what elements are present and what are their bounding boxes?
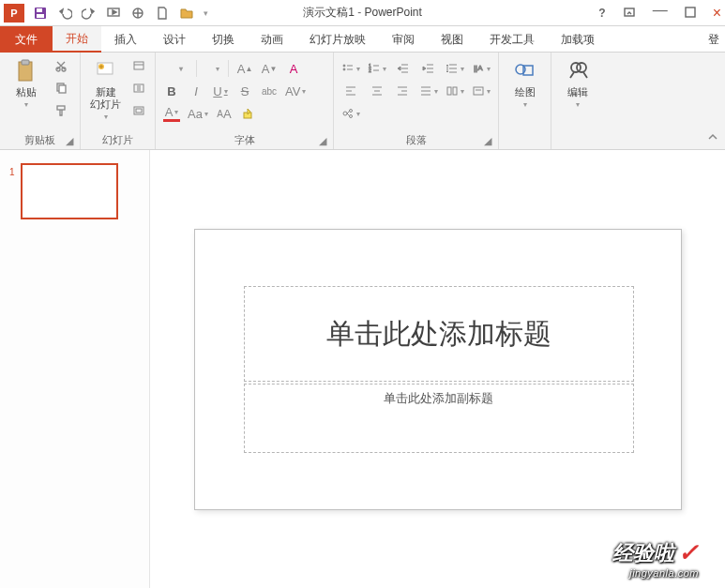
align-justify-icon[interactable] [419,83,438,99]
underline-button[interactable]: U [212,83,229,99]
align-right-icon[interactable] [393,83,412,99]
font-size-dropdown[interactable] [204,60,229,77]
svg-rect-54 [474,87,483,95]
svg-rect-20 [136,109,142,113]
tab-review[interactable]: 审阅 [379,26,428,53]
startfrom-beginning-icon[interactable] [101,2,126,24]
subtitle-placeholder-text: 单击此处添加副标题 [384,390,493,407]
slide-editor[interactable]: 单击此处添加标题 单击此处添加副标题 [150,150,725,588]
align-left-icon[interactable] [341,83,360,99]
tab-slideshow[interactable]: 幻灯片放映 [296,26,379,53]
qat-customize-icon[interactable]: ▾ [199,2,212,24]
svg-text:||A: ||A [474,64,483,72]
slide-layout-icon[interactable] [128,56,149,75]
align-center-icon[interactable] [368,83,386,99]
align-text-icon[interactable] [472,83,491,99]
ribbon: 粘贴 ▾ 剪贴板 ◢ 新建 幻灯片 ▾ [0,53,725,150]
slide-thumbnail-pane[interactable]: 1 [0,150,150,588]
font-color-button[interactable]: A [163,105,180,122]
smartart-icon[interactable] [341,105,360,122]
reset-slide-icon[interactable] [128,79,149,98]
clipboard-dialog-launcher-icon[interactable]: ◢ [63,134,76,147]
columns-icon[interactable] [446,83,464,99]
svg-rect-53 [453,87,457,95]
close-icon[interactable]: × [713,5,721,22]
clear-formatting-icon[interactable]: A [285,60,302,77]
tab-view[interactable]: 视图 [428,26,476,53]
minimize-icon[interactable]: — [653,2,668,19]
maximize-icon[interactable] [685,7,696,21]
svg-point-64 [577,63,586,72]
save-icon[interactable] [28,2,53,24]
highlight-icon[interactable] [240,105,257,122]
open-file-icon[interactable] [174,2,199,24]
paste-button[interactable]: 粘贴 ▾ [6,56,47,113]
numbering-button[interactable]: 12 [368,60,386,77]
tab-file[interactable]: 文件 [0,26,53,53]
italic-button[interactable]: I [188,83,204,99]
paragraph-dialog-launcher-icon[interactable]: ◢ [481,134,494,147]
login-link[interactable]: 登 [695,26,725,53]
group-slides-label: 幻灯片 [86,131,149,147]
text-direction-icon[interactable]: ||A [472,60,491,77]
tab-addins[interactable]: 加载项 [548,26,608,53]
drawing-label: 绘图 [515,86,536,98]
collapse-ribbon-icon[interactable] [704,128,721,145]
section-icon[interactable] [128,101,149,120]
help-icon[interactable]: ? [598,7,605,20]
line-spacing-icon[interactable] [446,60,464,77]
tab-developer[interactable]: 开发工具 [476,26,548,53]
editing-button[interactable]: 编辑 ▾ [557,56,598,113]
bullets-button[interactable] [341,60,360,77]
svg-rect-8 [22,60,29,65]
svg-point-10 [62,68,66,71]
svg-rect-12 [59,85,66,93]
tab-design[interactable]: 设计 [150,26,199,53]
copy-icon[interactable] [51,79,71,98]
cut-icon[interactable] [51,56,71,75]
drawing-button[interactable]: 绘图 ▾ [505,56,545,113]
tab-animations[interactable]: 动画 [248,26,296,53]
paste-label: 粘贴 [16,86,37,98]
editing-label: 编辑 [567,86,588,98]
increase-font-icon[interactable]: A▲ [236,60,253,77]
char-spacing-button[interactable]: AV [285,83,306,99]
strikethrough-button[interactable]: S [236,83,253,99]
increase-indent-icon[interactable] [420,60,439,77]
svg-point-22 [343,65,345,67]
group-font-label: 字体 ◢ [161,131,327,147]
title-placeholder[interactable]: 单击此处添加标题 [244,286,634,382]
subtitle-placeholder[interactable]: 单击此处添加副标题 [244,384,634,453]
new-slide-button[interactable]: 新建 幻灯片 ▾ [86,56,125,125]
svg-point-24 [343,68,345,70]
svg-rect-1 [37,8,42,12]
change-case-button[interactable]: Aa [188,105,208,122]
shadow-button[interactable]: abc [261,83,278,99]
svg-line-60 [347,113,350,116]
group-paragraph-label: 段落 ◢ [340,131,492,147]
decrease-indent-icon[interactable] [394,60,413,77]
watermark: 经验啦✓ jingyanla.com [612,538,699,579]
ribbon-display-icon[interactable] [623,6,636,22]
font-family-dropdown[interactable] [163,60,197,77]
svg-point-9 [56,68,60,71]
touch-mode-icon[interactable] [126,2,150,24]
tab-transitions[interactable]: 切换 [199,26,248,53]
svg-text:2: 2 [369,68,371,73]
format-painter-icon[interactable] [51,101,71,120]
tab-home[interactable]: 开始 [53,26,101,53]
svg-rect-16 [134,62,143,69]
tab-insert[interactable]: 插入 [101,26,150,53]
decrease-font-icon[interactable]: A▼ [261,60,278,77]
font-dialog-launcher-icon[interactable]: ◢ [316,134,329,147]
slide-thumbnail-1[interactable] [21,163,118,219]
slide-canvas[interactable]: 单击此处添加标题 单击此处添加副标题 [194,229,682,510]
undo-icon[interactable] [53,2,77,24]
svg-rect-52 [447,87,451,95]
grow-font-icon[interactable]: AA [216,105,233,122]
title-placeholder-text: 单击此处添加标题 [326,315,551,354]
new-file-icon[interactable] [150,2,174,24]
new-slide-label: 新建 幻灯片 [90,86,121,111]
bold-button[interactable]: B [163,83,180,99]
redo-icon[interactable] [77,2,101,24]
